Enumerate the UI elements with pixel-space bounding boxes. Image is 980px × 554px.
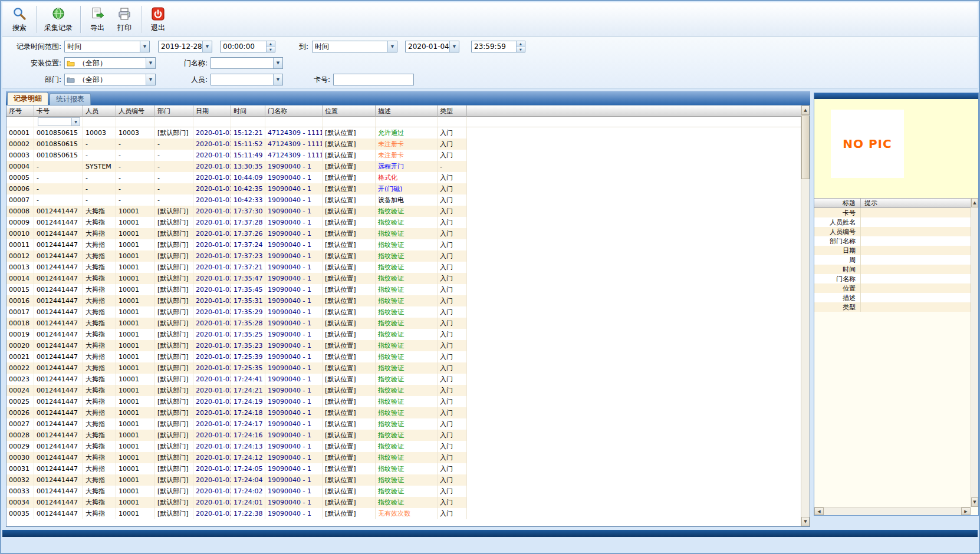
table-row[interactable]: 000150012441447大拇指10001[默认部门]2020-01-021… [6,284,801,295]
chevron-down-icon[interactable]: ▼ [202,41,212,52]
chevron-down-icon[interactable]: ▼ [449,41,459,52]
panel-vertical-scrollbar[interactable]: ▲ ▼ [971,198,978,507]
spinner-buttons[interactable]: ▲▼ [516,41,525,52]
table-row[interactable]: 00004-SYSTEM--2020-01-0313:30:3519090040… [6,161,801,172]
info-row-hint [860,265,971,274]
person-combo[interactable]: ▼ [211,74,283,85]
spin-down-icon[interactable]: ▼ [267,47,275,52]
panel-horizontal-scrollbar[interactable]: ◀ ▶ [814,507,971,515]
end-date-picker[interactable]: 2020-01-04 ▼ [405,41,459,52]
table-row[interactable]: 000240012441447大拇指10001[默认部门]2020-01-021… [6,385,801,396]
table-row[interactable]: 000280012441447大拇指10001[默认部门]2020-01-021… [6,430,801,441]
filter-cell[interactable]: ▼ [34,117,83,127]
table-row[interactable]: 000250012441447大拇指10001[默认部门]2020-01-021… [6,396,801,407]
cell-time: 17:24:05 [231,463,265,474]
cell-desc: 未注册卡 [376,138,438,150]
end-time-type-combo[interactable]: 时间 ▼ [312,41,397,52]
table-row[interactable]: 000180012441447大拇指10001[默认部门]2020-01-021… [6,318,801,329]
table-row[interactable]: 000030010850615---2020-01-0315:11:494712… [6,150,801,161]
column-header[interactable]: 时间 [231,105,265,117]
end-time-spinner[interactable]: 23:59:59 ▲▼ [471,41,525,52]
scroll-left-icon[interactable]: ◀ [814,507,824,515]
table-row[interactable]: 000300012441447大拇指10001[默认部门]2020-01-021… [6,452,801,463]
cell-desc: 指纹验证 [376,284,438,295]
exit-button[interactable]: 退出 [144,4,172,35]
table-row[interactable]: 000340012441447大拇指10001[默认部门]2020-01-021… [6,497,801,508]
chevron-down-icon[interactable]: ▼ [273,58,282,68]
scroll-down-icon[interactable]: ▼ [801,517,810,526]
table-row[interactable]: 000230012441447大拇指10001[默认部门]2020-01-021… [6,374,801,385]
table-row[interactable]: 000160012441447大拇指10001[默认部门]2020-01-021… [6,295,801,306]
table-row[interactable]: 000130012441447大拇指10001[默认部门]2020-01-021… [6,262,801,273]
door-name-combo[interactable]: ▼ [211,57,283,69]
table-row[interactable]: 00005----2020-01-0310:44:0919090040 - 1[… [6,172,801,183]
collect-records-button[interactable]: 采集记录 [40,4,77,35]
table-row[interactable]: 000320012441447大拇指10001[默认部门]2020-01-021… [6,474,801,486]
column-header[interactable]: 位置 [323,105,376,117]
start-time-type-combo[interactable]: 时间 ▼ [64,41,150,52]
spinner-buttons[interactable]: ▲▼ [266,41,275,52]
install-location-combo[interactable]: （全部） ▼ [64,57,156,69]
start-time-spinner[interactable]: 00:00:00 ▲▼ [220,41,275,52]
chevron-down-icon[interactable]: ▼ [387,41,397,52]
search-button[interactable]: 搜索 [6,4,33,35]
table-row[interactable]: 000210012441447大拇指10001[默认部门]2020-01-021… [6,351,801,362]
table-row[interactable]: 000330012441447大拇指10001[默认部门]2020-01-021… [6,486,801,497]
cell-dept: [默认部门] [155,239,193,250]
table-row[interactable]: 000090012441447大拇指10001[默认部门]2020-01-021… [6,217,801,228]
spin-up-icon[interactable]: ▲ [517,41,525,47]
column-header[interactable]: 部门 [155,105,193,117]
department-combo[interactable]: （全部） ▼ [64,74,156,85]
table-row[interactable]: 000020010850615---2020-01-0315:11:524712… [6,138,801,150]
chevron-down-icon[interactable]: ▼ [146,58,155,68]
column-header[interactable]: 日期 [193,105,231,117]
scrollbar-thumb[interactable] [801,116,810,179]
table-row[interactable]: 000310012441447大拇指10001[默认部门]2020-01-021… [6,463,801,474]
scroll-up-icon[interactable]: ▲ [971,198,978,207]
table-row[interactable]: 000080012441447大拇指10001[默认部门]2020-01-021… [6,206,801,217]
table-row[interactable]: 000170012441447大拇指10001[默认部门]2020-01-021… [6,306,801,318]
column-header[interactable]: 类型 [438,105,467,117]
chevron-down-icon[interactable]: ▼ [140,41,149,52]
column-header[interactable]: 卡号 [34,105,83,117]
scroll-right-icon[interactable]: ▶ [961,507,971,515]
start-date-picker[interactable]: 2019-12-28 ▼ [158,41,212,52]
table-row[interactable]: 00006----2020-01-0310:42:3519090040 - 1[… [6,183,801,194]
export-button[interactable]: 导出 [84,4,111,35]
scroll-down-icon[interactable]: ▼ [971,497,978,507]
card-filter-combo[interactable]: ▼ [38,117,80,126]
cell-seq: 00015 [6,284,34,295]
tab-record-details[interactable]: 记录明细 [7,92,48,105]
spin-down-icon[interactable]: ▼ [517,47,525,52]
tab-statistics-report[interactable]: 统计报表 [50,93,91,105]
table-row[interactable]: 000120012441447大拇指10001[默认部门]2020-01-021… [6,250,801,262]
column-header[interactable]: 门名称 [265,105,323,117]
spin-up-icon[interactable]: ▲ [267,41,275,47]
table-row[interactable]: 000270012441447大拇指10001[默认部门]2020-01-021… [6,418,801,430]
table-row[interactable]: 000100012441447大拇指10001[默认部门]2020-01-021… [6,228,801,239]
scroll-up-icon[interactable]: ▲ [801,105,810,115]
print-button[interactable]: 打印 [111,4,138,35]
table-row[interactable]: 000260012441447大拇指10001[默认部门]2020-01-021… [6,407,801,418]
column-header[interactable]: 人员编号 [116,105,155,117]
grid-vertical-scrollbar[interactable]: ▲ ▼ [801,105,810,526]
table-row[interactable]: 000140012441447大拇指10001[默认部门]2020-01-021… [6,273,801,284]
table-row[interactable]: 000190012441447大拇指10001[默认部门]2020-01-021… [6,329,801,340]
chevron-down-icon[interactable]: ▼ [146,74,155,85]
column-header[interactable]: 人员 [83,105,116,117]
cell-time: 17:24:01 [231,497,265,508]
column-header[interactable]: 序号 [6,105,34,117]
table-row[interactable]: 000220012441447大拇指10001[默认部门]2020-01-021… [6,362,801,374]
cell-time: 17:35:25 [231,329,265,340]
table-row[interactable]: 0000100108506151000310003[默认部门]2020-01-0… [6,127,801,138]
cell-card: 0012441447 [34,374,83,385]
card-number-input[interactable] [333,74,414,85]
chevron-down-icon[interactable]: ▼ [71,118,80,126]
table-row[interactable]: 000350012441447大拇指10001[默认部门]2020-01-021… [6,508,801,519]
table-row[interactable]: 00007----2020-01-0310:42:3319090040 - 1[… [6,194,801,206]
chevron-down-icon[interactable]: ▼ [273,74,282,85]
table-row[interactable]: 000290012441447大拇指10001[默认部门]2020-01-021… [6,441,801,452]
column-header[interactable]: 描述 [376,105,438,117]
table-row[interactable]: 000200012441447大拇指10001[默认部门]2020-01-021… [6,340,801,351]
table-row[interactable]: 000110012441447大拇指10001[默认部门]2020-01-021… [6,239,801,250]
